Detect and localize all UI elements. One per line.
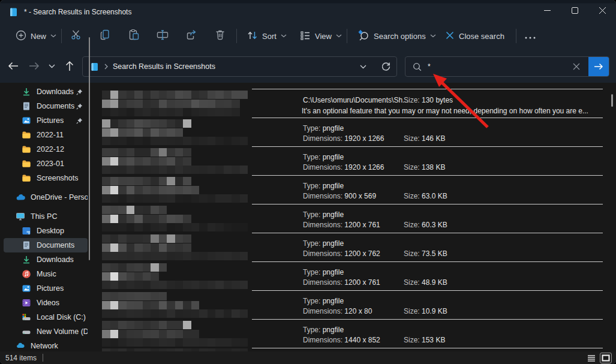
sidebar-item-2023-01[interactable]: 2023-01 (4, 157, 88, 171)
content-scrollbar[interactable] (611, 94, 613, 107)
trash-icon (214, 29, 226, 43)
search-options-button[interactable]: Search options (353, 26, 441, 46)
file-dimensions: Dimensions: 1200 x 761 (303, 278, 380, 287)
sidebar-item-label: Downloads (37, 88, 74, 96)
folder-icon (22, 130, 31, 140)
file-type: Type: pngfile (303, 268, 344, 276)
pin-icon (76, 89, 83, 95)
maximize-button[interactable] (561, 0, 588, 20)
sidebar-item-2022-12[interactable]: 2022-12 (4, 142, 88, 157)
sidebar-item-new-volume-d[interactable]: New Volume (D: (4, 324, 88, 339)
sidebar-item-label: This PC (31, 212, 57, 221)
sidebar-item-network[interactable]: Network (4, 339, 88, 351)
details-view-toggle[interactable] (586, 353, 597, 363)
file-size: Size: 146 KB (404, 134, 445, 143)
sidebar-item-2022-11[interactable]: 2022-11 (4, 128, 88, 142)
search-box[interactable] (405, 56, 609, 77)
sidebar-item-music[interactable]: Music (4, 267, 88, 281)
network-icon (16, 341, 25, 351)
document-icon (22, 101, 31, 111)
rename-button[interactable] (153, 26, 172, 46)
back-button[interactable] (4, 56, 23, 76)
sidebar-scrollbar[interactable] (89, 37, 90, 260)
file-dimensions: Dimensions: 120 x 80 (303, 307, 372, 315)
view-icon (300, 31, 311, 42)
sidebar-item-onedrive-persor[interactable]: OneDrive - Persor (4, 190, 88, 204)
file-row[interactable]: Type: pngfileDimensions: 1200 x 761Size:… (98, 204, 608, 233)
minimize-button[interactable] (533, 0, 561, 20)
search-go-button[interactable] (588, 57, 609, 76)
disk-windows-icon (22, 312, 31, 322)
sidebar-item-documents[interactable]: Documents (4, 238, 88, 252)
file-row[interactable]: Type: pngfileDimensions: 120 x 80Size: 1… (98, 290, 608, 319)
sidebar-item-videos[interactable]: Videos (4, 296, 88, 310)
file-row[interactable]: C:\Users\omuru\Documents\Sh...Size: 130 … (98, 89, 608, 118)
title-bar: * - Search Results in Screenshots (0, 3, 616, 21)
file-row[interactable]: Type: pngfileDimensions: 1920 x 1266Size… (98, 146, 608, 175)
sort-icon (247, 31, 258, 42)
sidebar-item-downloads[interactable]: Downloads (4, 85, 88, 99)
large-icons-view-toggle[interactable] (600, 353, 611, 363)
sidebar-item-downloads[interactable]: Downloads (4, 252, 88, 267)
recent-locations-chevron[interactable] (44, 56, 59, 76)
file-row[interactable]: Type: pngfileDimensions: 1920 x 1266Size… (98, 118, 608, 146)
sidebar-item-label: Documents (37, 102, 74, 110)
folder-icon (22, 145, 31, 154)
file-dimensions: Dimensions: 1920 x 1266 (303, 134, 384, 143)
clear-search-icon[interactable] (570, 61, 582, 73)
close-search-button[interactable]: Close search (440, 26, 509, 46)
copy-icon (99, 29, 111, 43)
item-count: 514 items (5, 354, 37, 362)
file-path: C:\Users\omuru\Documents\Sh... (303, 96, 408, 104)
sidebar-item-label: Desktop (37, 227, 64, 235)
breadcrumb-chevron-icon (104, 64, 108, 70)
folder-icon (22, 159, 31, 169)
pin-icon (76, 103, 83, 110)
file-row[interactable]: Type: pngfileDimensions: 900 x 569Size: … (98, 175, 608, 204)
file-size: Size: 63.0 KB (404, 192, 447, 200)
sort-button[interactable]: Sort (242, 26, 292, 46)
sidebar-item-pictures[interactable]: Pictures (4, 281, 88, 296)
refresh-icon[interactable] (378, 59, 393, 74)
share-button[interactable] (182, 26, 201, 46)
address-bar[interactable]: Search Results in Screenshots (82, 56, 397, 77)
delete-button[interactable] (211, 26, 230, 46)
file-explorer-window: * - Search Results in Screenshots New (0, 0, 616, 364)
close-button[interactable] (588, 0, 616, 20)
new-button[interactable]: New (11, 26, 61, 46)
copy-button[interactable] (95, 26, 115, 46)
view-button[interactable]: View (295, 26, 347, 46)
file-description: It's an optional feature that you may or… (302, 107, 588, 115)
search-input[interactable] (422, 62, 570, 71)
file-row[interactable]: Type: pngfileDimensions: 1440 x 852Size:… (98, 319, 608, 348)
file-dimensions: Dimensions: 1200 x 762 (303, 249, 380, 258)
forward-button[interactable] (25, 56, 44, 76)
file-size: Size: 60.3 KB (404, 221, 447, 229)
sidebar-item-pictures[interactable]: Pictures (4, 113, 88, 128)
file-dimensions: Dimensions: 1200 x 761 (303, 221, 380, 229)
pictures-icon (22, 116, 31, 125)
sidebar-item-desktop[interactable]: Desktop (4, 224, 88, 238)
file-size: Size: 138 KB (404, 163, 445, 172)
sidebar-item-label: New Volume (D: (37, 327, 88, 336)
videos-icon (22, 298, 31, 308)
download-icon (22, 87, 31, 97)
sidebar-item-label: OneDrive - Persor (31, 193, 88, 201)
file-row[interactable]: Type: pngfileDimensions: 1200 x 761Size:… (98, 261, 608, 290)
window-title: * - Search Results in Screenshots (24, 8, 131, 16)
file-row[interactable]: Type: pngfileDimensions: 1200 x 762Size:… (98, 233, 608, 261)
file-type: Type: pngfile (303, 124, 344, 133)
paste-button[interactable] (124, 26, 143, 46)
sidebar-item-local-disk-c[interactable]: Local Disk (C:) (4, 310, 88, 324)
sidebar-item-label: Pictures (37, 116, 64, 125)
command-bar: New Sort View (0, 22, 616, 50)
sidebar-item-screenshots[interactable]: Screenshots (4, 171, 88, 185)
more-options-button[interactable] (521, 26, 540, 46)
sidebar-item-this-pc[interactable]: This PC (4, 209, 88, 224)
address-dropdown-chevron[interactable] (356, 61, 370, 73)
sidebar-item-documents[interactable]: Documents (4, 99, 88, 113)
cut-button[interactable] (67, 26, 86, 46)
thispc-icon (16, 212, 25, 221)
up-button[interactable] (60, 56, 79, 76)
rename-icon (157, 29, 169, 43)
